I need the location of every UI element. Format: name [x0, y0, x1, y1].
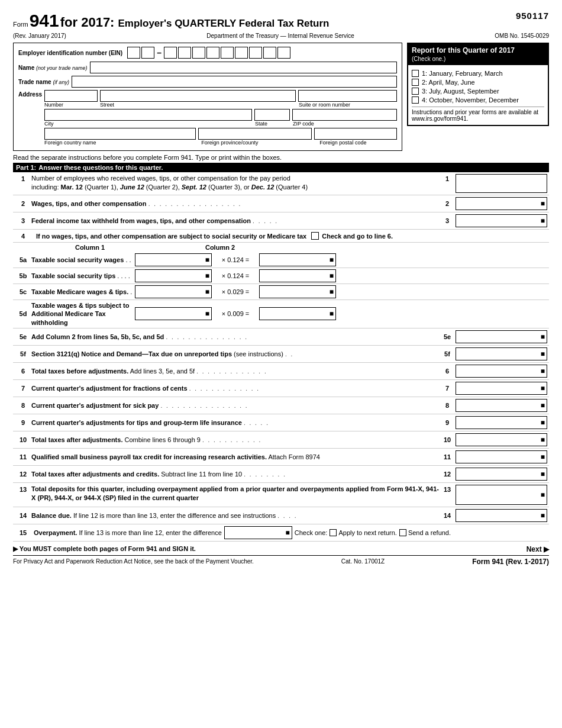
line-1-desc: Number of employees who received wages, …	[31, 174, 439, 192]
foreign-country-input[interactable]	[44, 128, 196, 140]
address-suite-input[interactable]	[298, 90, 397, 102]
ein-box-11[interactable]	[277, 47, 290, 59]
line-6-input[interactable]: ■	[456, 365, 547, 378]
line-5d-label: Taxable wages & tips subject toAdditiona…	[31, 301, 135, 327]
line-15-desc: Overpayment. If line 13 is more than lin…	[34, 529, 222, 536]
line-5a-col1[interactable]: ■	[135, 253, 212, 266]
address-zip-input[interactable]	[292, 109, 397, 121]
city-sublabel: City	[44, 121, 253, 127]
line-5f-row: 5f Section 3121(q) Notice and Demand—Tax…	[13, 346, 549, 363]
line-5c-label: Taxable Medicare wages & tips. .	[31, 288, 135, 295]
foreign-country-sublabel: Foreign country name	[44, 140, 199, 146]
line-9-input[interactable]: ■	[456, 416, 547, 429]
address-number-input[interactable]	[44, 90, 98, 102]
footer-cat: Cat. No. 17001Z	[341, 558, 385, 565]
foreign-postal-input[interactable]	[314, 128, 397, 140]
col-headers-row: Column 1 Column 2	[13, 243, 549, 252]
name-input[interactable]	[90, 62, 397, 73]
ein-box-6[interactable]	[206, 47, 219, 59]
line-10-desc: Total taxes after adjustments. Combine l…	[31, 436, 439, 443]
ein-box-5[interactable]	[192, 47, 205, 59]
ein-box-4[interactable]	[178, 47, 191, 59]
ein-box-7[interactable]	[221, 47, 234, 59]
next-button[interactable]: Next ▶	[527, 545, 549, 553]
quarter-checkbox-1[interactable]	[412, 70, 419, 77]
line-15-option-1-label: Apply to next return.	[338, 529, 396, 536]
line-2-number: 2	[15, 200, 31, 207]
must-complete-label: ▶ You MUST complete both pages of Form 9…	[13, 545, 196, 553]
footer-form-id: Form 941 (Rev. 1-2017)	[472, 558, 549, 566]
line-4-number: 4	[15, 233, 31, 240]
line-15-row: 15 Overpayment. If line 13 is more than …	[13, 524, 549, 542]
line-15-check-one-label: Check one:	[295, 529, 328, 536]
line-5d-mult: × 0.009 =	[212, 310, 259, 317]
line-5e-input[interactable]: ■	[456, 330, 547, 343]
line-14-input[interactable]: ■	[456, 509, 547, 522]
quarter-option-2[interactable]: 2: April, May, June	[412, 79, 544, 86]
quarter-checkbox-3[interactable]	[412, 88, 419, 95]
address-state-input[interactable]	[254, 109, 290, 121]
line-13-input[interactable]: ■	[456, 485, 547, 505]
line-8-input[interactable]: ■	[456, 399, 547, 412]
footer-row: For Privacy Act and Paperwork Reduction …	[13, 555, 549, 566]
line-4-checkbox[interactable]	[311, 232, 319, 240]
line-1-input[interactable]	[456, 174, 547, 193]
line-5b-col1[interactable]: ■	[135, 269, 212, 282]
line-5f-input[interactable]: ■	[456, 347, 547, 360]
line-2-input[interactable]: ■	[456, 197, 547, 210]
line-15-checkbox-2[interactable]	[399, 529, 406, 536]
line-5c-col1[interactable]: ■	[135, 285, 212, 298]
ein-box-2[interactable]	[141, 47, 154, 59]
quarter-option-4[interactable]: 4: October, November, December	[412, 96, 544, 104]
part1-label: Part 1:	[16, 164, 36, 171]
line-15-checkbox-1[interactable]	[330, 529, 337, 536]
line-3-ref: 3	[439, 217, 456, 224]
line-10-input[interactable]: ■	[456, 433, 547, 446]
line-10-number: 10	[15, 436, 31, 443]
line-5b-number: 5b	[15, 272, 31, 279]
line-4-check-label: Check and go to line 6.	[322, 233, 393, 240]
ein-box-3[interactable]	[164, 47, 177, 59]
address-city-input[interactable]	[44, 109, 252, 121]
quarter-option-1[interactable]: 1: January, February, March	[412, 70, 544, 77]
quarter-box: Report for this Quarter of 2017 (Check o…	[407, 43, 549, 126]
line-5d-col1[interactable]: ■	[135, 307, 212, 320]
address-street-input[interactable]	[100, 90, 296, 102]
line-15-option-1[interactable]: Apply to next return.	[330, 529, 396, 536]
form-year-label: for 2017:	[60, 15, 115, 30]
ein-box-10[interactable]	[263, 47, 276, 59]
line-5d-col2[interactable]: ■	[259, 307, 336, 320]
line-5c-col2[interactable]: ■	[259, 285, 336, 298]
line-3-input[interactable]: ■	[456, 214, 547, 227]
rev-label: (Rev. January 2017)	[13, 33, 66, 39]
line-11-input[interactable]: ■	[456, 450, 547, 463]
quarter-checkbox-2[interactable]	[412, 79, 419, 86]
ein-box-1[interactable]	[127, 47, 140, 59]
line-2-ref: 2	[439, 200, 456, 207]
line-5a-mult: × 0.124 =	[212, 256, 259, 263]
line-15-option-2[interactable]: Send a refund.	[399, 529, 451, 536]
line-15-input[interactable]: ■	[224, 526, 292, 539]
line-1-ref: 1	[439, 174, 456, 182]
line-11-number: 11	[15, 453, 31, 460]
footer-privacy: For Privacy Act and Paperwork Reduction …	[13, 558, 254, 565]
trade-name-label: Trade name (if any)	[18, 79, 69, 85]
line-10-row: 10 Total taxes after adjustments. Combin…	[13, 431, 549, 449]
line-9-desc: Current quarter's adjustments for tips a…	[31, 419, 439, 426]
line-11-ref: 11	[439, 453, 456, 460]
line-5b-col2[interactable]: ■	[259, 269, 336, 282]
line-7-input[interactable]: ■	[456, 382, 547, 395]
ein-box-8[interactable]	[235, 47, 248, 59]
foreign-province-input[interactable]	[198, 128, 312, 140]
line-12-row: 12 Total taxes after adjustments and cre…	[13, 466, 549, 483]
line-11-desc: Qualified small business payroll tax cre…	[31, 453, 439, 460]
quarter-checkbox-4[interactable]	[412, 96, 419, 104]
ein-box-9[interactable]	[249, 47, 262, 59]
line-3-desc: Federal income tax withheld from wages, …	[31, 217, 439, 224]
quarter-option-3[interactable]: 3: July, August, September	[412, 88, 544, 95]
trade-name-input[interactable]	[72, 76, 397, 88]
line-2-desc: Wages, tips, and other compensation . . …	[31, 200, 439, 207]
line-5a-col2[interactable]: ■	[259, 253, 336, 266]
line-12-input[interactable]: ■	[456, 468, 547, 481]
quarter-note: Instructions and prior year forms are av…	[412, 107, 544, 122]
